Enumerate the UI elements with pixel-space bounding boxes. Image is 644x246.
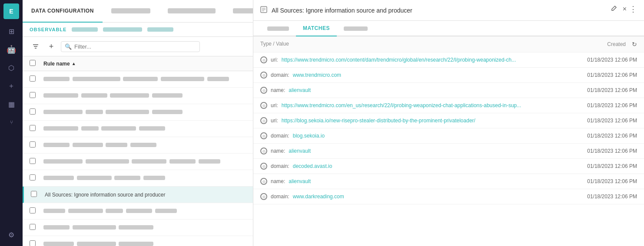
table-row[interactable] bbox=[23, 220, 253, 236]
type-icon: ◎ bbox=[260, 132, 267, 139]
type-label: domain: bbox=[271, 133, 289, 139]
table-row-selected[interactable]: All Sources: Ignore information source a… bbox=[23, 187, 253, 203]
row-content bbox=[43, 241, 153, 246]
settings-icon[interactable]: ⚙ bbox=[3, 227, 19, 243]
sub-pill-1[interactable] bbox=[72, 27, 98, 32]
table-icon[interactable]: ▦ bbox=[3, 96, 19, 112]
tab-data-configuration[interactable]: DATA CONFIGURATION bbox=[23, 0, 103, 23]
branch-icon[interactable]: ⑂ bbox=[3, 115, 19, 130]
table-row[interactable] bbox=[23, 154, 253, 170]
hex-icon[interactable]: ⬡ bbox=[3, 60, 19, 75]
type-value-cell: ◎ name: alienvault bbox=[260, 87, 580, 94]
row-content bbox=[43, 208, 177, 214]
table-row[interactable] bbox=[23, 203, 253, 220]
panel-data-row: ◎ domain: decoded.avast.io 01/18/2023 12… bbox=[253, 159, 644, 174]
panel-tab-blurred-1[interactable] bbox=[260, 21, 296, 36]
value-link[interactable]: https://www.trendmicro.com/en_us/researc… bbox=[282, 102, 521, 108]
add-button[interactable]: + bbox=[45, 40, 57, 52]
value-link[interactable]: www.darkreading.com bbox=[293, 194, 344, 200]
panel-data-row: ◎ uri: https://www.trendmicro.com/conten… bbox=[253, 52, 644, 68]
table-area: Rule name ▲ bbox=[23, 56, 253, 246]
table-row[interactable] bbox=[23, 236, 253, 246]
filter-input-wrap: 🔍 bbox=[61, 41, 200, 52]
type-value-cell: ◎ name: alienvault bbox=[260, 178, 580, 185]
panel-data-row: ◎ uri: https://www.trendmicro.com/en_us/… bbox=[253, 98, 644, 113]
tab-blurred-label-2 bbox=[168, 8, 216, 13]
tab-blurred-3[interactable] bbox=[224, 0, 253, 23]
type-value-cell: ◎ name: alienvault bbox=[260, 148, 580, 154]
filter-input[interactable] bbox=[74, 43, 196, 50]
value-link[interactable]: alienvault bbox=[289, 148, 311, 154]
panel-data-row: ◎ name: alienvault 01/18/2023 12:06 PM bbox=[253, 83, 644, 98]
row-checkbox[interactable] bbox=[30, 224, 36, 230]
panel-close-button[interactable]: × bbox=[623, 5, 627, 13]
row-checkbox-selected[interactable] bbox=[31, 191, 37, 197]
table-row[interactable] bbox=[23, 71, 253, 88]
type-value-cell: ◎ domain: blog.sekoia.io bbox=[260, 132, 580, 139]
created-date: 01/18/2023 12:06 PM bbox=[587, 72, 637, 78]
value-link[interactable]: www.trendmicro.com bbox=[293, 72, 341, 78]
value-link[interactable]: decoded.avast.io bbox=[293, 163, 332, 169]
panel-title: All Sources: Ignore information source a… bbox=[272, 7, 412, 14]
grid-icon[interactable]: ⊞ bbox=[3, 23, 19, 39]
type-icon: ◎ bbox=[260, 72, 267, 79]
sub-pill-2[interactable] bbox=[103, 27, 142, 32]
row-content bbox=[43, 225, 153, 231]
row-checkbox[interactable] bbox=[30, 141, 36, 148]
plus-icon[interactable]: ＋ bbox=[3, 78, 19, 94]
panel-tab-blurred-2[interactable] bbox=[337, 21, 375, 36]
row-content bbox=[43, 126, 165, 132]
panel-data-row: ◎ uri: https://blog.sekoia.io/new-risepr… bbox=[253, 113, 644, 128]
sub-pill-3[interactable] bbox=[147, 27, 173, 32]
row-checkbox[interactable] bbox=[30, 92, 36, 98]
row-checkbox[interactable] bbox=[30, 108, 36, 115]
tab-blurred-2[interactable] bbox=[159, 0, 224, 23]
sub-header: OBSERVABLE bbox=[23, 23, 253, 37]
row-checkbox[interactable] bbox=[30, 207, 36, 213]
table-row[interactable] bbox=[23, 137, 253, 154]
panel-edit-button[interactable] bbox=[611, 5, 617, 13]
tab-blurred-1[interactable] bbox=[103, 0, 159, 23]
value-link[interactable]: blog.sekoia.io bbox=[293, 133, 325, 139]
right-panel: All Sources: Ignore information source a… bbox=[253, 0, 644, 246]
created-date: 01/18/2023 12:06 PM bbox=[587, 57, 637, 63]
row-content bbox=[43, 76, 229, 82]
type-icon: ◎ bbox=[260, 102, 267, 109]
created-date: 01/18/2023 12:06 PM bbox=[587, 133, 637, 139]
row-checkbox[interactable] bbox=[30, 125, 36, 131]
panel-content: Type / Value Created ↻ ◎ uri: https://ww… bbox=[253, 36, 644, 246]
type-icon: ◎ bbox=[260, 163, 267, 170]
type-value-cell: ◎ uri: https://www.trendmicro.com/conten… bbox=[260, 56, 580, 63]
table-row[interactable] bbox=[23, 88, 253, 104]
refresh-icon[interactable]: ↻ bbox=[632, 41, 637, 48]
col-created: Created bbox=[607, 41, 626, 47]
value-link[interactable]: alienvault bbox=[289, 87, 311, 93]
select-all-checkbox[interactable] bbox=[30, 60, 36, 66]
filter-icon[interactable] bbox=[30, 40, 42, 52]
col-type-value: Type / Value bbox=[260, 41, 289, 48]
table-row[interactable] bbox=[23, 121, 253, 137]
value-link[interactable]: https://blog.sekoia.io/new-risepro-steal… bbox=[282, 118, 475, 124]
panel-tab-matches[interactable]: MATCHES bbox=[296, 21, 337, 36]
panel-data-row: ◎ domain: www.trendmicro.com 01/18/2023 … bbox=[253, 68, 644, 83]
table-row[interactable] bbox=[23, 104, 253, 121]
created-date: 01/18/2023 12:06 PM bbox=[587, 178, 637, 184]
panel-more-button[interactable]: ⋮ bbox=[629, 4, 637, 14]
top-tabs: DATA CONFIGURATION bbox=[23, 0, 253, 23]
value-link[interactable]: https://www.trendmicro.com/content/dam/t… bbox=[282, 57, 516, 63]
sort-icon[interactable]: ▲ bbox=[72, 61, 76, 66]
logo-icon[interactable]: E bbox=[3, 3, 19, 19]
search-icon: 🔍 bbox=[65, 43, 72, 50]
observable-label: OBSERVABLE bbox=[30, 27, 66, 32]
row-checkbox[interactable] bbox=[30, 174, 36, 180]
row-content bbox=[43, 175, 165, 181]
robot-icon[interactable]: 🤖 bbox=[3, 42, 19, 57]
row-checkbox[interactable] bbox=[30, 240, 36, 246]
value-link[interactable]: alienvault bbox=[289, 178, 311, 184]
table-row[interactable] bbox=[23, 170, 253, 187]
type-label: uri: bbox=[271, 57, 278, 63]
row-checkbox[interactable] bbox=[30, 75, 36, 82]
type-label: domain: bbox=[271, 72, 289, 78]
row-checkbox[interactable] bbox=[30, 158, 36, 164]
type-label: name: bbox=[271, 178, 285, 184]
